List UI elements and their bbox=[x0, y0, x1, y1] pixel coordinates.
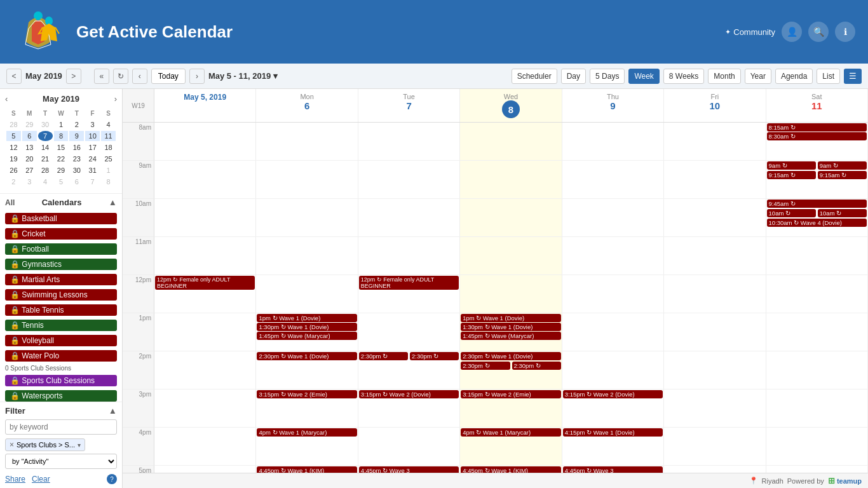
sun-10am[interactable] bbox=[154, 199, 256, 237]
sat-event-830[interactable]: 8:30am ↻ bbox=[767, 132, 867, 140]
prev-week-btn[interactable]: ‹ bbox=[132, 69, 147, 84]
search-icon-btn[interactable]: 🔍 bbox=[808, 22, 829, 42]
tue-2pm[interactable]: 2:30pm ↻ 2:30pm ↻ bbox=[358, 351, 460, 390]
wed-9am[interactable] bbox=[460, 161, 562, 199]
thu-11am[interactable] bbox=[562, 237, 664, 275]
mon-12pm[interactable] bbox=[256, 275, 358, 313]
sun-4pm[interactable] bbox=[154, 428, 256, 466]
sat-event-915b[interactable]: 9:15am ↻ bbox=[818, 171, 867, 179]
calendar-item-water-polo[interactable]: 🔒 Water Polo bbox=[0, 348, 122, 363]
sat-2pm[interactable] bbox=[766, 351, 868, 390]
calendar-item-martial-arts[interactable]: 🔒 Martial Arts bbox=[0, 272, 122, 287]
fri-1pm[interactable] bbox=[664, 313, 766, 351]
tue-1pm[interactable] bbox=[358, 313, 460, 351]
wed-8am[interactable] bbox=[460, 123, 562, 161]
wed-event-445[interactable]: 4:45pm ↻ Wave 1 (KIM) bbox=[461, 466, 560, 473]
info-icon-btn[interactable]: ℹ bbox=[835, 22, 855, 42]
tue-event-445[interactable]: 4:45pm ↻ Wave 3 bbox=[359, 466, 459, 473]
day-header-thu[interactable]: Thu 9 bbox=[562, 89, 664, 122]
mon-1pm[interactable]: 1pm ↻ Wave 1 (Dovie) 1:30pm ↻ Wave 1 (Do… bbox=[256, 313, 358, 351]
sat-9am[interactable]: 9am ↻ 9am ↻ 9:15am ↻ 9:15am ↻ bbox=[766, 161, 868, 199]
refresh-btn[interactable]: ↻ bbox=[113, 69, 128, 84]
calendar-item-table-tennis[interactable]: 🔒 Table Tennis bbox=[0, 302, 122, 318]
thu-4pm[interactable]: 4:15pm ↻ Wave 1 (Dovie) bbox=[562, 428, 664, 466]
thu-event-445[interactable]: 4:45pm ↻ Wave 3 bbox=[563, 466, 663, 473]
view-scheduler-btn[interactable]: Scheduler bbox=[512, 69, 557, 84]
mini-cal-next-btn[interactable]: › bbox=[114, 94, 117, 104]
sat-event-10a2[interactable]: 10am ↻ bbox=[818, 209, 867, 217]
day-header-tue[interactable]: Tue 7 bbox=[358, 89, 460, 122]
tue-10am[interactable] bbox=[358, 199, 460, 237]
sat-event-915a[interactable]: 9:15am ↻ bbox=[767, 171, 816, 179]
wed-event-230[interactable]: 2:30pm ↻ Wave 1 (Dovie) bbox=[461, 352, 560, 360]
sat-event-945[interactable]: 9:45am ↻ bbox=[767, 200, 867, 208]
calendar-item-swimming[interactable]: 🔒 Swimming Lessons bbox=[0, 287, 122, 302]
day-header-fri[interactable]: Fri 10 bbox=[664, 89, 766, 122]
thu-event-415[interactable]: 4:15pm ↻ Wave 1 (Dovie) bbox=[563, 428, 663, 437]
calendar-item-sports-club[interactable]: 🔒 Sports Club Sessions bbox=[0, 373, 122, 388]
keyword-filter-input[interactable] bbox=[5, 419, 117, 435]
fri-5pm[interactable] bbox=[664, 466, 766, 473]
mon-10am[interactable] bbox=[256, 199, 358, 237]
fri-4pm[interactable] bbox=[664, 428, 766, 466]
sun-5pm[interactable] bbox=[154, 466, 256, 473]
sat-event-815[interactable]: 8:15am ↻ bbox=[767, 123, 867, 132]
thu-1pm[interactable] bbox=[562, 313, 664, 351]
mon-event-315[interactable]: 3:15pm ↻ Wave 2 (Emie) bbox=[257, 390, 356, 398]
calendar-item-tennis[interactable]: 🔒 Tennis bbox=[0, 318, 122, 333]
thu-8am[interactable] bbox=[562, 123, 664, 161]
wed-event-315[interactable]: 3:15pm ↻ Wave 2 (Emie) bbox=[461, 390, 560, 398]
day-header-wed[interactable]: Wed 8 bbox=[460, 89, 562, 122]
mon-event-130pm[interactable]: 1:30pm ↻ Wave 1 (Dovie) bbox=[257, 323, 356, 331]
day-header-mon[interactable]: Mon 6 bbox=[256, 89, 358, 122]
wed-12pm[interactable] bbox=[460, 275, 562, 313]
mon-event-4pm[interactable]: 4pm ↻ Wave 1 (Marycar) bbox=[257, 428, 356, 437]
thu-10am[interactable] bbox=[562, 199, 664, 237]
clear-btn[interactable]: Clear bbox=[32, 474, 50, 484]
wed-4pm[interactable]: 4pm ↻ Wave 1 (Marycar) bbox=[460, 428, 562, 466]
user-icon-btn[interactable]: 👤 bbox=[782, 22, 802, 42]
mon-event-230[interactable]: 2:30pm ↻ Wave 1 (Dovie) bbox=[257, 352, 356, 360]
next-month-btn[interactable]: > bbox=[66, 69, 81, 84]
mon-3pm[interactable]: 3:15pm ↻ Wave 2 (Emie) bbox=[256, 390, 358, 428]
tue-11am[interactable] bbox=[358, 237, 460, 275]
thu-9am[interactable] bbox=[562, 161, 664, 199]
sat-event-1030[interactable]: 10:30am ↻ Wave 4 (Dovie) bbox=[767, 219, 867, 227]
next-week-btn[interactable]: › bbox=[189, 69, 205, 84]
mon-event-145pm[interactable]: 1:45pm ↻ Wave (Marycar) bbox=[257, 332, 356, 340]
menu-hamburger-btn[interactable]: ☰ bbox=[844, 69, 862, 84]
day-header-sun[interactable]: May 5, 2019 bbox=[154, 89, 256, 122]
wed-2pm[interactable]: 2:30pm ↻ Wave 1 (Dovie) 2:30pm ↻ 2:30pm … bbox=[460, 351, 562, 390]
view-list-btn[interactable]: List bbox=[817, 69, 840, 84]
mon-4pm[interactable]: 4pm ↻ Wave 1 (Marycar) bbox=[256, 428, 358, 466]
filter-collapse-btn[interactable]: ▲ bbox=[109, 406, 117, 416]
tue-4pm[interactable] bbox=[358, 428, 460, 466]
sat-11am[interactable] bbox=[766, 237, 868, 275]
sun-3pm[interactable] bbox=[154, 390, 256, 428]
view-8weeks-btn[interactable]: 8 Weeks bbox=[663, 69, 704, 84]
sat-4pm[interactable] bbox=[766, 428, 868, 466]
mon-2pm[interactable]: 2:30pm ↻ Wave 1 (Dovie) bbox=[256, 351, 358, 390]
sun-9am[interactable] bbox=[154, 161, 256, 199]
today-btn[interactable]: Today bbox=[151, 69, 186, 84]
fri-8am[interactable] bbox=[664, 123, 766, 161]
wed-event-4pm[interactable]: 4pm ↻ Wave 1 (Marycar) bbox=[461, 428, 560, 437]
prev-month-btn[interactable]: < bbox=[6, 69, 22, 84]
calendar-item-cricket[interactable]: 🔒 Cricket bbox=[0, 226, 122, 241]
fri-11am[interactable] bbox=[664, 237, 766, 275]
sat-event-10a1[interactable]: 10am ↻ bbox=[767, 209, 816, 217]
tue-event-12pm[interactable]: 12pm ↻ Female only ADULT BEGINNER bbox=[359, 276, 459, 290]
mon-event-445[interactable]: 4:45pm ↻ Wave 1 (KIM) bbox=[257, 466, 356, 473]
thu-2pm[interactable] bbox=[562, 351, 664, 390]
tue-3pm[interactable]: 3:15pm ↻ Wave 2 (Dovie) bbox=[358, 390, 460, 428]
activity-filter-select[interactable]: by "Activity" bbox=[5, 454, 117, 469]
thu-event-315[interactable]: 3:15pm ↻ Wave 2 (Dovie) bbox=[563, 390, 663, 398]
sun-12pm[interactable]: 12pm ↻ Female only ADULT BEGINNER bbox=[154, 275, 256, 313]
mon-event-1pm[interactable]: 1pm ↻ Wave 1 (Dovie) bbox=[257, 314, 356, 322]
view-agenda-btn[interactable]: Agenda bbox=[775, 69, 813, 84]
wed-event-145pm[interactable]: 1:45pm ↻ Wave (Marycar) bbox=[461, 332, 560, 340]
day-header-sat[interactable]: Sat 11 bbox=[766, 89, 868, 122]
tue-event-230b[interactable]: 2:30pm ↻ bbox=[410, 352, 459, 360]
share-btn[interactable]: Share bbox=[5, 474, 25, 484]
calendar-item-basketball[interactable]: 🔒 Basketball bbox=[0, 211, 122, 226]
